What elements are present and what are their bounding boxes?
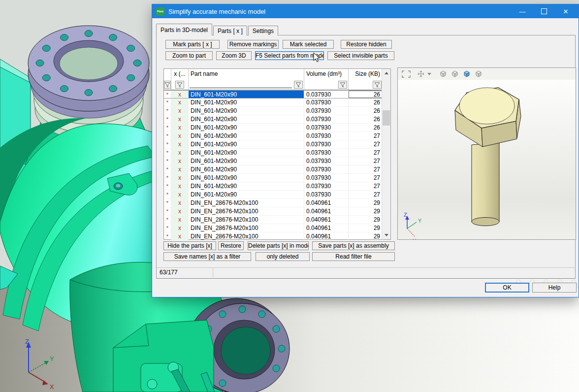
filter-button-mark[interactable]	[164, 81, 171, 89]
row-volume: 0.037930	[304, 191, 349, 199]
zoom-frame-icon[interactable]	[402, 70, 411, 78]
restore-button[interactable]: Restore	[218, 241, 244, 250]
dialog-titlebar[interactable]: Plant Simplify accurate mechanic model —…	[152, 4, 579, 18]
scroll-up-button[interactable]	[382, 69, 390, 77]
col-header-volume[interactable]: Volume (dm³)	[304, 69, 349, 80]
row-x-flag: x	[171, 90, 189, 98]
close-button[interactable]: ✕	[555, 4, 577, 18]
col-header-mark[interactable]	[164, 69, 171, 80]
app-icon: Plant	[156, 7, 164, 16]
row-size: 26	[349, 124, 383, 132]
funnel-icon	[340, 82, 346, 88]
view-cube-icon-3-active[interactable]	[463, 70, 471, 78]
up-arrow-icon	[385, 72, 388, 74]
row-part-name: DIN_601-M20x90	[189, 191, 304, 199]
part-preview-pane[interactable]: Z Y X	[397, 67, 576, 240]
preview-3d-bolt[interactable]: Z Y X	[398, 80, 576, 239]
table-row[interactable]: * x DIN_601-M20x90 0.037930 27	[164, 165, 390, 174]
row-volume: 0.037930	[304, 182, 349, 191]
table-row[interactable]: * x DIN_601-M20x90 0.037930 27	[164, 140, 390, 149]
row-mark: *	[164, 191, 171, 199]
row-mark: *	[164, 115, 171, 124]
table-row[interactable]: * x DIN_EN_28676-M20x100 0.040961 29	[164, 216, 390, 224]
only-deleted-button[interactable]: only deleted	[256, 252, 310, 261]
parts-table-filter-row	[164, 80, 390, 90]
table-vertical-scrollbar[interactable]	[382, 69, 390, 239]
save-parts-assembly-button[interactable]: Save parts [x] as assembly	[312, 241, 395, 250]
view-cube-icon-4[interactable]	[475, 70, 482, 78]
mark-selected-button[interactable]: Mark selected	[283, 40, 334, 49]
hide-parts-button[interactable]: Hide the parts [x]	[163, 241, 216, 250]
row-size: 29	[349, 232, 383, 241]
table-row[interactable]: * x DIN_EN_28676-M20x100 0.040961 29	[164, 224, 390, 232]
row-part-name: DIN_601-M20x90	[189, 124, 304, 132]
scroll-thumb[interactable]	[383, 110, 390, 126]
table-row[interactable]: * x DIN_601-M20x90 0.037930 26	[164, 124, 390, 132]
table-row[interactable]: * x DIN_EN_28676-M20x100 0.040961 29	[164, 232, 390, 241]
row-mark: *	[164, 165, 171, 174]
table-row[interactable]: * x DIN_601-M20x90 0.037930 27	[164, 149, 390, 157]
col-header-x[interactable]: x (...	[171, 69, 189, 80]
view-cube-icon-2[interactable]	[451, 70, 459, 78]
ok-button[interactable]: OK	[485, 283, 529, 293]
view-dropdown-icon[interactable]	[427, 73, 431, 75]
zoom-3d-button[interactable]: Zoom 3D	[216, 51, 252, 60]
table-row[interactable]: * x DIN_601-M20x90 0.037930 27	[164, 191, 390, 199]
view-cube-icon-1[interactable]	[439, 70, 447, 78]
table-row[interactable]: * x DIN_601-M20x90 0.037930 27	[164, 157, 390, 165]
row-mark: *	[164, 124, 171, 132]
table-row[interactable]: * x DIN_601-M20x90 0.037930 27	[164, 132, 390, 140]
pan-icon[interactable]	[418, 70, 424, 77]
maximize-button[interactable]	[533, 4, 555, 18]
row-mark: *	[164, 90, 171, 98]
read-filter-file-button[interactable]: Read filter file	[312, 252, 395, 261]
row-part-name: DIN_601-M20x90	[189, 107, 304, 115]
row-volume: 0.037930	[304, 174, 349, 182]
tab-parts-in-3d-model[interactable]: Parts in 3D-model	[156, 24, 212, 35]
row-size: 26	[349, 98, 383, 107]
row-mark: *	[164, 224, 171, 232]
table-row[interactable]: * x DIN_601-M20x90 0.037930 26	[164, 90, 390, 98]
remove-markings-button[interactable]: Remove markings	[227, 40, 279, 49]
row-part-name: DIN_EN_28676-M20x100	[189, 224, 304, 232]
row-x-flag: x	[171, 182, 189, 191]
row-volume: 0.040961	[304, 216, 349, 224]
tab-settings[interactable]: Settings	[248, 26, 278, 35]
restore-hidden-button[interactable]: Restore hidden	[341, 40, 392, 49]
table-row[interactable]: * x DIN_EN_28676-M20x100 0.040961 29	[164, 199, 390, 207]
help-button[interactable]: Help	[532, 283, 577, 293]
zoom-to-part-button[interactable]: Zoom to part	[165, 51, 213, 60]
row-mark: *	[164, 199, 171, 207]
row-part-name: DIN_601-M20x90	[189, 98, 304, 107]
funnel-icon	[164, 82, 170, 88]
row-volume: 0.040961	[304, 224, 349, 232]
tab-parts-x[interactable]: Parts [ x ]	[213, 26, 247, 35]
filter-button-x[interactable]	[175, 81, 184, 89]
filter-button-size[interactable]	[373, 81, 382, 89]
table-row[interactable]: * x DIN_601-M20x90 0.037930 26	[164, 115, 390, 124]
table-row[interactable]: * x DIN_EN_28676-M20x100 0.040961 29	[164, 207, 390, 216]
table-row[interactable]: * x DIN_601-M20x90 0.037930 27	[164, 174, 390, 182]
row-volume: 0.037930	[304, 140, 349, 149]
col-header-part-name[interactable]: Part name	[189, 69, 304, 80]
minimize-button[interactable]: —	[512, 4, 533, 18]
row-part-name: DIN_601-M20x90	[189, 174, 304, 182]
delete-parts-button[interactable]: Delete parts [x] in model	[248, 241, 309, 250]
col-header-size[interactable]: Size (KB)	[349, 69, 383, 80]
parts-table-header: x (... Part name Volume (dm³) Size (KB)	[164, 69, 390, 80]
row-x-flag: x	[171, 98, 189, 107]
row-volume: 0.040961	[304, 207, 349, 216]
row-mark: *	[164, 216, 171, 224]
select-invisible-parts-button[interactable]: Select invisible parts	[327, 51, 394, 60]
row-mark: *	[164, 157, 171, 165]
save-names-filter-button[interactable]: Save names [x] as a filter	[163, 252, 251, 261]
table-row[interactable]: * x DIN_601-M20x90 0.037930 26	[164, 98, 390, 107]
filter-button-volume[interactable]	[338, 81, 347, 89]
table-row[interactable]: * x DIN_601-M20x90 0.037930 26	[164, 107, 390, 115]
filter-button-name[interactable]	[294, 81, 303, 89]
table-row[interactable]: * x DIN_601-M20x90 0.037930 27	[164, 182, 390, 191]
scroll-down-button[interactable]	[382, 231, 390, 239]
mark-parts-button[interactable]: Mark parts [ x ]	[165, 40, 220, 49]
row-volume: 0.037930	[304, 149, 349, 157]
mouse-cursor	[313, 52, 321, 63]
